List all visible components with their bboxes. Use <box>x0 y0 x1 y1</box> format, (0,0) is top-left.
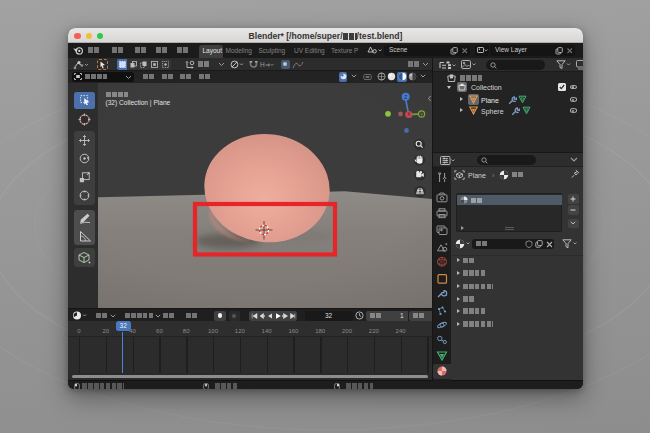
svg-text:H: H <box>260 61 265 68</box>
